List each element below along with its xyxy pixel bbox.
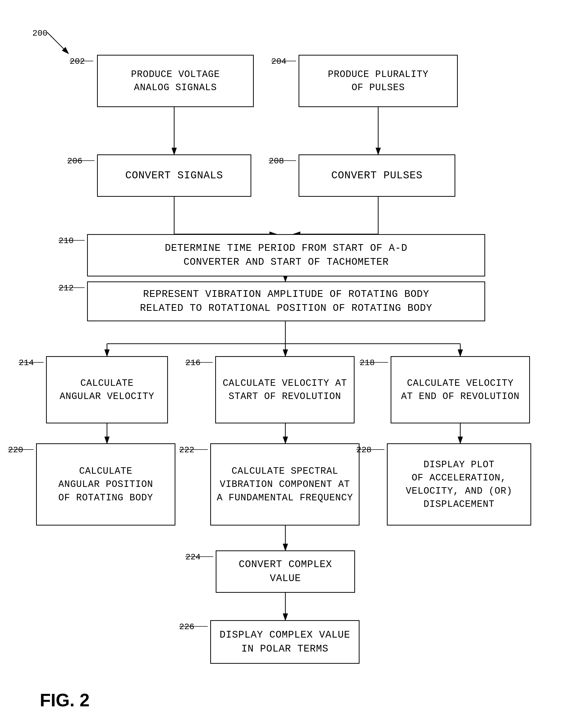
box-220: CALCULATEANGULAR POSITIONOF ROTATING BOD… bbox=[36, 443, 176, 526]
svg-line-18 bbox=[47, 32, 69, 54]
figure-label: FIG. 2 bbox=[40, 690, 90, 710]
box-214: CALCULATEANGULAR VELOCITY bbox=[46, 356, 168, 424]
box-204: PRODUCE PLURALITYOF PULSES bbox=[299, 55, 458, 107]
box-224: CONVERT COMPLEXVALUE bbox=[216, 550, 355, 593]
box-210: DETERMINE TIME PERIOD FROM START OF A-DC… bbox=[87, 234, 485, 276]
box-228: DISPLAY PLOTOF ACCELERATION,VELOCITY, AN… bbox=[387, 443, 531, 526]
box-216: CALCULATE VELOCITY ATSTART OF REVOLUTION bbox=[215, 356, 355, 424]
box-226: DISPLAY COMPLEX VALUEIN POLAR TERMS bbox=[210, 620, 359, 664]
box-212: REPRESENT VIBRATION AMPLITUDE OF ROTATIN… bbox=[87, 281, 485, 321]
box-206: CONVERT SIGNALS bbox=[97, 155, 251, 197]
box-222: CALCULATE SPECTRALVIBRATION COMPONENT AT… bbox=[210, 443, 359, 526]
box-208: CONVERT PULSES bbox=[299, 155, 455, 197]
box-218: CALCULATE VELOCITYAT END OF REVOLUTION bbox=[390, 356, 530, 424]
box-202: PRODUCE VOLTAGEANALOG SIGNALS bbox=[97, 55, 254, 107]
diagram: 200 PRODUCE VOLTAGEANALOG SIGNALS 202 PR… bbox=[0, 0, 571, 728]
